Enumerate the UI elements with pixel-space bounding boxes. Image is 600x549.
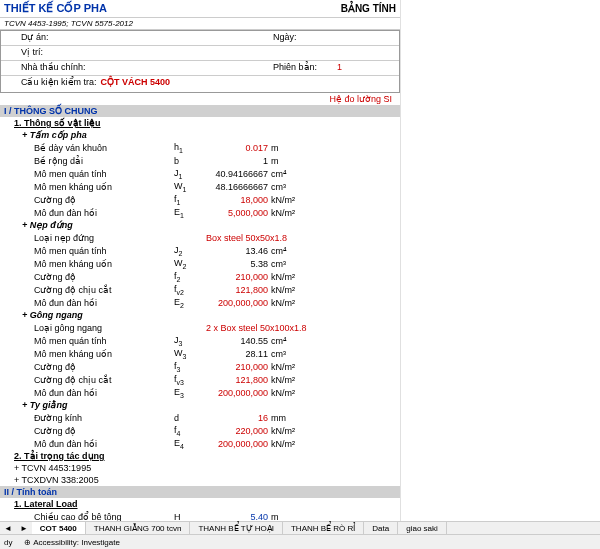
sym: fv3 [174, 374, 206, 386]
val[interactable]: 40.94166667 [206, 169, 268, 179]
lbl: Mô men kháng uốn [4, 259, 174, 269]
label-ngay: Ngày: [271, 31, 335, 45]
val[interactable]: 210,000 [206, 362, 268, 372]
sym: W1 [174, 181, 206, 193]
sym: W2 [174, 258, 206, 270]
unit: m [268, 143, 311, 153]
val[interactable]: 220,000 [206, 426, 268, 436]
unit: cm³ [268, 349, 311, 359]
lbl: Mô men quán tính [4, 336, 174, 346]
sym: fv2 [174, 284, 206, 296]
sym: E1 [174, 207, 206, 219]
unit: kN/m² [268, 195, 311, 205]
sym: b [174, 156, 206, 166]
tcvn-ref: TCVN 4453-1995; TCVN 5575-2012 [0, 18, 400, 30]
bang-tinh: BẢNG TÍNH [341, 3, 396, 14]
val[interactable]: 210,000 [206, 272, 268, 282]
lbl: Loại nẹp đứng [4, 233, 174, 243]
lbl: Chiều cao đổ bê tông [4, 512, 174, 522]
val-vitri[interactable] [73, 46, 271, 60]
label-nhathau: Nhà thầu chính: [1, 61, 103, 75]
tai-1: + TCVN 4453:1995 [0, 462, 400, 474]
val[interactable]: 200,000,000 [206, 439, 268, 449]
lbl: Bề dày ván khuôn [4, 143, 174, 153]
val[interactable]: 28.11 [206, 349, 268, 359]
unit: m [268, 512, 311, 522]
lbl: Cường độ [4, 195, 174, 205]
val[interactable]: 121,800 [206, 285, 268, 295]
sub-tai: 2. Tải trọng tác dụng [0, 450, 400, 462]
val[interactable]: 140.55 [206, 336, 268, 346]
unit: m [268, 156, 311, 166]
val[interactable]: 2 x Box steel 50x100x1.8 [206, 323, 326, 333]
val[interactable]: 5.40 [206, 512, 268, 522]
grp-nep: + Nẹp đứng [0, 219, 400, 231]
unit: kN/m² [268, 375, 311, 385]
val[interactable]: 200,000,000 [206, 388, 268, 398]
status-ready: dy [4, 538, 12, 547]
label-phienban: Phiên bản: [271, 61, 335, 75]
lbl: Đường kính [4, 413, 174, 423]
lbl: Cường độ chịu cắt [4, 285, 174, 295]
unit: cm⁴ [268, 336, 311, 346]
val[interactable]: 18,000 [206, 195, 268, 205]
lbl: Cường độ [4, 426, 174, 436]
sym: h1 [174, 142, 206, 154]
sym: J3 [174, 335, 206, 347]
doc-title: THIẾT KẾ CỐP PHA [4, 2, 341, 15]
lbl: Mô men kháng uốn [4, 349, 174, 359]
lbl: Loại gông ngang [4, 323, 174, 333]
sym: H [174, 512, 206, 522]
unit: mm [268, 413, 311, 423]
sym: d [174, 413, 206, 423]
sym: E2 [174, 297, 206, 309]
lbl: Mô đun đàn hồi [4, 208, 174, 218]
unit: kN/m² [268, 439, 311, 449]
grp-tam: + Tấm cốp pha [0, 129, 400, 141]
val-caukien[interactable]: CỘT VÁCH 5400 [101, 77, 171, 91]
sub-lateral: 1. Lateral Load [0, 498, 400, 510]
val[interactable]: 121,800 [206, 375, 268, 385]
val[interactable]: 16 [206, 413, 268, 423]
sym: J1 [174, 168, 206, 180]
unit: kN/m² [268, 208, 311, 218]
val[interactable]: 1 [206, 156, 268, 166]
unit: kN/m² [268, 362, 311, 372]
label-caukien: Cấu kiện kiểm tra: [21, 77, 97, 91]
unit: kN/m² [268, 426, 311, 436]
val-phienban[interactable]: 1 [335, 61, 399, 75]
lbl: Mô men quán tính [4, 169, 174, 179]
val[interactable]: 0.017 [206, 143, 268, 153]
sym: J2 [174, 245, 206, 257]
sym: f3 [174, 361, 206, 373]
status-accessibility[interactable]: ⊕ Accessibility: Investigate [24, 538, 119, 547]
grp-ty: + Ty giằng [0, 399, 400, 411]
unit: cm³ [268, 182, 311, 192]
unit: kN/m² [268, 285, 311, 295]
val[interactable]: Box steel 50x50x1.8 [206, 233, 326, 243]
lbl: Cường độ chịu cắt [4, 375, 174, 385]
lbl: Mô đun đàn hồi [4, 439, 174, 449]
val[interactable]: 5.38 [206, 259, 268, 269]
status-bar: dy ⊕ Accessibility: Investigate [0, 534, 600, 549]
grp-gong: + Gông ngang [0, 309, 400, 321]
sym: E4 [174, 438, 206, 450]
val[interactable]: 5,000,000 [206, 208, 268, 218]
unit: kN/m² [268, 298, 311, 308]
sym: f1 [174, 194, 206, 206]
val[interactable]: 13.46 [206, 246, 268, 256]
val-nhathau[interactable] [103, 61, 271, 75]
lbl: Mô đun đàn hồi [4, 388, 174, 398]
val-duan[interactable] [73, 31, 271, 45]
sym: f2 [174, 271, 206, 283]
he-do-luong: Hệ đo lường SI [0, 93, 400, 105]
unit: kN/m² [268, 388, 311, 398]
section-1-header: I / THÔNG SỐ CHUNG [0, 105, 400, 117]
lbl: Cường độ [4, 272, 174, 282]
lbl: Mô đun đàn hồi [4, 298, 174, 308]
unit: kN/m² [268, 272, 311, 282]
val-ngay[interactable] [335, 31, 399, 45]
meta-block: Dự án: Ngày: Vị trí: Nhà thầu chính: Phi… [0, 30, 400, 93]
val[interactable]: 48.16666667 [206, 182, 268, 192]
val[interactable]: 200,000,000 [206, 298, 268, 308]
